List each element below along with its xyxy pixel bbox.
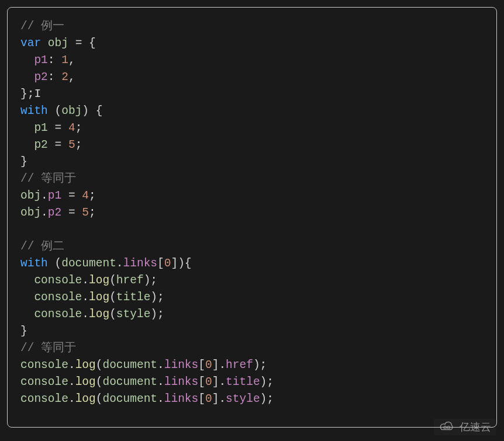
text-cursor: I [34,88,41,100]
comment-line: // 等同于 [20,172,76,185]
svg-point-1 [447,426,450,429]
code-content: // 例一 var obj = { p1: 1, p2: 2, };I with… [20,18,484,408]
fn-log: log [89,274,109,287]
keyword-with: with [20,105,48,117]
cloud-icon [439,421,456,433]
number: 2 [61,71,68,84]
comment-line: // 例一 [20,20,64,33]
comment-line: // 例二 [20,240,64,253]
watermark-text: 亿速云 [460,420,491,434]
keyword-var: var [20,37,41,50]
svg-point-0 [444,426,447,429]
number: 1 [61,54,68,67]
prop-p1: p1 [34,54,47,67]
comment-line: // 等同于 [20,342,76,355]
code-block: // 例一 var obj = { p1: 1, p2: 2, };I with… [7,7,497,428]
watermark: 亿速云 [434,419,496,435]
prop-p2: p2 [34,71,47,84]
ident-obj: obj [48,37,68,50]
